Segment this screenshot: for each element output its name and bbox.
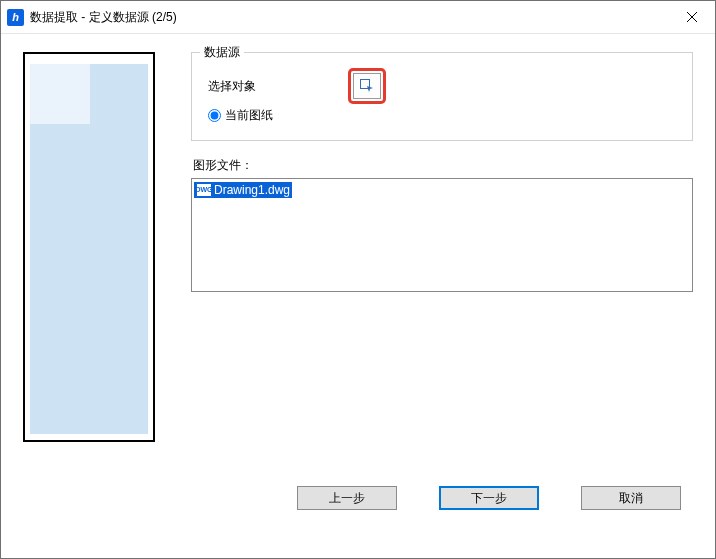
- list-item[interactable]: DWG Drawing1.dwg: [194, 182, 292, 198]
- select-objects-button[interactable]: [353, 73, 381, 99]
- highlight-frame: [348, 68, 386, 104]
- prev-button[interactable]: 上一步: [297, 486, 397, 510]
- close-button[interactable]: [669, 1, 715, 33]
- radio-current-drawing-input[interactable]: [208, 109, 221, 122]
- page-preview: [23, 52, 155, 442]
- preview-column: [23, 52, 155, 484]
- drawing-files-label: 图形文件：: [193, 157, 693, 174]
- data-source-group: 数据源 选择对象 当前图纸: [191, 52, 693, 141]
- drawing-files-list[interactable]: DWG Drawing1.dwg: [191, 178, 693, 292]
- footer: 上一步 下一步 取消: [1, 486, 715, 510]
- app-icon: h: [7, 9, 24, 26]
- next-button[interactable]: 下一步: [439, 486, 539, 510]
- dwg-file-icon: DWG: [196, 183, 212, 197]
- dialog-window: h 数据提取 - 定义数据源 (2/5) 数据源 选择对象: [0, 0, 716, 559]
- form-column: 数据源 选择对象 当前图纸: [191, 52, 693, 484]
- radio-current-drawing-label: 当前图纸: [225, 107, 273, 124]
- close-icon: [687, 12, 697, 22]
- select-objects-label: 选择对象: [208, 78, 348, 95]
- pick-objects-icon: [359, 78, 375, 94]
- select-objects-row: 选择对象: [208, 69, 676, 103]
- group-legend: 数据源: [200, 44, 244, 61]
- file-name: Drawing1.dwg: [214, 183, 290, 197]
- window-title: 数据提取 - 定义数据源 (2/5): [30, 9, 177, 26]
- radio-current-drawing[interactable]: 当前图纸: [208, 107, 676, 124]
- cancel-button[interactable]: 取消: [581, 486, 681, 510]
- titlebar: h 数据提取 - 定义数据源 (2/5): [1, 1, 715, 34]
- dialog-body: 数据源 选择对象 当前图纸: [1, 34, 715, 484]
